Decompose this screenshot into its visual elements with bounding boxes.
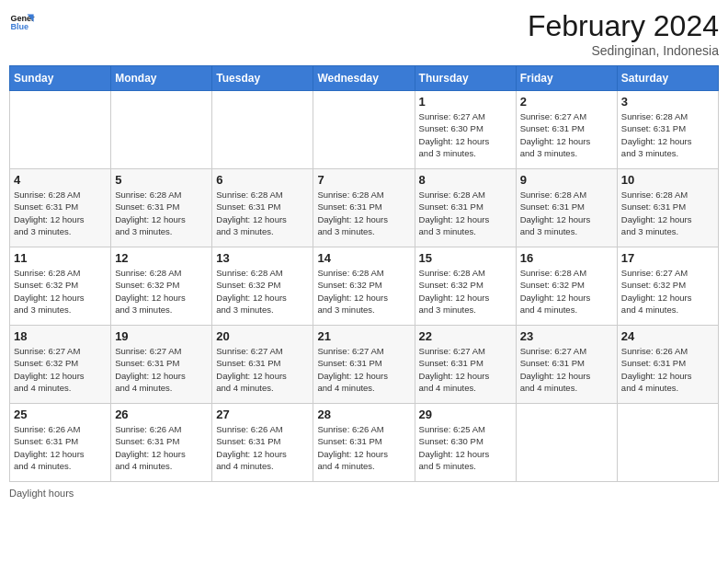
- calendar-week-row: 18Sunrise: 6:27 AM Sunset: 6:32 PM Dayli…: [10, 326, 719, 404]
- day-number: 1: [419, 95, 512, 109]
- day-number: 4: [14, 173, 107, 187]
- calendar-cell: 1Sunrise: 6:27 AM Sunset: 6:30 PM Daylig…: [415, 91, 516, 169]
- calendar-cell: 9Sunrise: 6:28 AM Sunset: 6:31 PM Daylig…: [516, 169, 617, 247]
- day-number: 8: [419, 173, 512, 187]
- day-number: 5: [115, 173, 208, 187]
- day-info: Sunrise: 6:25 AM Sunset: 6:30 PM Dayligh…: [419, 423, 512, 472]
- calendar-cell: 23Sunrise: 6:27 AM Sunset: 6:31 PM Dayli…: [516, 326, 617, 404]
- day-number: 21: [317, 329, 410, 343]
- calendar-cell: 12Sunrise: 6:28 AM Sunset: 6:32 PM Dayli…: [111, 247, 212, 326]
- day-number: 16: [520, 251, 613, 265]
- day-number: 29: [419, 408, 512, 421]
- day-number: 10: [621, 173, 714, 187]
- day-number: 17: [621, 251, 714, 265]
- calendar-cell: 6Sunrise: 6:28 AM Sunset: 6:31 PM Daylig…: [212, 169, 313, 247]
- calendar-cell: 13Sunrise: 6:28 AM Sunset: 6:32 PM Dayli…: [212, 247, 313, 326]
- calendar-cell: 5Sunrise: 6:28 AM Sunset: 6:31 PM Daylig…: [111, 169, 212, 247]
- calendar-cell: 22Sunrise: 6:27 AM Sunset: 6:31 PM Dayli…: [415, 326, 516, 404]
- calendar-cell: 29Sunrise: 6:25 AM Sunset: 6:30 PM Dayli…: [415, 404, 516, 482]
- calendar-cell: 18Sunrise: 6:27 AM Sunset: 6:32 PM Dayli…: [10, 326, 111, 404]
- calendar-cell: [111, 91, 212, 169]
- day-number: 15: [419, 251, 512, 265]
- day-info: Sunrise: 6:27 AM Sunset: 6:32 PM Dayligh…: [621, 267, 714, 316]
- day-info: Sunrise: 6:26 AM Sunset: 6:31 PM Dayligh…: [621, 345, 714, 394]
- calendar-cell: 4Sunrise: 6:28 AM Sunset: 6:31 PM Daylig…: [10, 169, 111, 247]
- day-number: 14: [317, 251, 410, 265]
- day-info: Sunrise: 6:26 AM Sunset: 6:31 PM Dayligh…: [14, 423, 107, 472]
- header-saturday: Saturday: [617, 66, 718, 91]
- calendar-cell: 28Sunrise: 6:26 AM Sunset: 6:31 PM Dayli…: [313, 404, 415, 482]
- day-number: 3: [621, 95, 714, 109]
- calendar-cell: [313, 91, 415, 169]
- calendar-cell: 10Sunrise: 6:28 AM Sunset: 6:31 PM Dayli…: [617, 169, 718, 247]
- calendar-table: Sunday Monday Tuesday Wednesday Thursday…: [9, 65, 719, 482]
- header-thursday: Thursday: [415, 66, 516, 91]
- day-number: 11: [14, 251, 107, 265]
- calendar-cell: [10, 91, 111, 169]
- day-info: Sunrise: 6:28 AM Sunset: 6:32 PM Dayligh…: [14, 267, 107, 316]
- calendar-cell: [516, 404, 617, 482]
- day-info: Sunrise: 6:27 AM Sunset: 6:31 PM Dayligh…: [520, 345, 613, 394]
- day-info: Sunrise: 6:27 AM Sunset: 6:31 PM Dayligh…: [419, 345, 512, 394]
- calendar-cell: [617, 404, 718, 482]
- day-info: Sunrise: 6:27 AM Sunset: 6:30 PM Dayligh…: [419, 110, 512, 159]
- footer: Daylight hours: [9, 488, 719, 499]
- day-info: Sunrise: 6:28 AM Sunset: 6:31 PM Dayligh…: [621, 189, 714, 237]
- day-number: 19: [115, 329, 208, 343]
- calendar-title: February 2024: [528, 9, 719, 43]
- calendar-cell: 16Sunrise: 6:28 AM Sunset: 6:32 PM Dayli…: [516, 247, 617, 326]
- day-number: 28: [317, 408, 410, 421]
- calendar-cell: 14Sunrise: 6:28 AM Sunset: 6:32 PM Dayli…: [313, 247, 415, 326]
- day-info: Sunrise: 6:28 AM Sunset: 6:31 PM Dayligh…: [419, 189, 512, 237]
- calendar-week-row: 4Sunrise: 6:28 AM Sunset: 6:31 PM Daylig…: [10, 169, 719, 247]
- calendar-cell: 27Sunrise: 6:26 AM Sunset: 6:31 PM Dayli…: [212, 404, 313, 482]
- header-sunday: Sunday: [10, 66, 111, 91]
- day-number: 6: [216, 173, 309, 187]
- day-info: Sunrise: 6:27 AM Sunset: 6:31 PM Dayligh…: [115, 345, 208, 394]
- calendar-cell: 25Sunrise: 6:26 AM Sunset: 6:31 PM Dayli…: [10, 404, 111, 482]
- header-wednesday: Wednesday: [313, 66, 415, 91]
- header: General Blue February 2024 Sedinginan, I…: [9, 9, 719, 58]
- day-number: 26: [115, 408, 208, 421]
- day-info: Sunrise: 6:28 AM Sunset: 6:31 PM Dayligh…: [216, 189, 309, 237]
- day-info: Sunrise: 6:26 AM Sunset: 6:31 PM Dayligh…: [317, 423, 410, 472]
- day-info: Sunrise: 6:27 AM Sunset: 6:31 PM Dayligh…: [520, 110, 613, 159]
- calendar-cell: 2Sunrise: 6:27 AM Sunset: 6:31 PM Daylig…: [516, 91, 617, 169]
- day-info: Sunrise: 6:27 AM Sunset: 6:31 PM Dayligh…: [317, 345, 410, 394]
- day-number: 7: [317, 173, 410, 187]
- calendar-cell: 19Sunrise: 6:27 AM Sunset: 6:31 PM Dayli…: [111, 326, 212, 404]
- calendar-cell: 7Sunrise: 6:28 AM Sunset: 6:31 PM Daylig…: [313, 169, 415, 247]
- calendar-cell: 11Sunrise: 6:28 AM Sunset: 6:32 PM Dayli…: [10, 247, 111, 326]
- calendar-cell: 20Sunrise: 6:27 AM Sunset: 6:31 PM Dayli…: [212, 326, 313, 404]
- logo: General Blue: [9, 9, 35, 35]
- day-number: 18: [14, 329, 107, 343]
- calendar-week-row: 25Sunrise: 6:26 AM Sunset: 6:31 PM Dayli…: [10, 404, 719, 482]
- calendar-cell: 26Sunrise: 6:26 AM Sunset: 6:31 PM Dayli…: [111, 404, 212, 482]
- day-info: Sunrise: 6:28 AM Sunset: 6:32 PM Dayligh…: [317, 267, 410, 316]
- calendar-cell: 15Sunrise: 6:28 AM Sunset: 6:32 PM Dayli…: [415, 247, 516, 326]
- title-area: February 2024 Sedinginan, Indonesia: [528, 9, 719, 58]
- day-number: 22: [419, 329, 512, 343]
- calendar-subtitle: Sedinginan, Indonesia: [528, 43, 719, 58]
- day-number: 12: [115, 251, 208, 265]
- logo-icon: General Blue: [9, 9, 35, 35]
- calendar-week-row: 11Sunrise: 6:28 AM Sunset: 6:32 PM Dayli…: [10, 247, 719, 326]
- day-number: 27: [216, 408, 309, 421]
- day-info: Sunrise: 6:28 AM Sunset: 6:31 PM Dayligh…: [621, 110, 714, 159]
- day-info: Sunrise: 6:28 AM Sunset: 6:32 PM Dayligh…: [115, 267, 208, 316]
- calendar-week-row: 1Sunrise: 6:27 AM Sunset: 6:30 PM Daylig…: [10, 91, 719, 169]
- day-info: Sunrise: 6:28 AM Sunset: 6:31 PM Dayligh…: [14, 189, 107, 237]
- calendar-cell: 21Sunrise: 6:27 AM Sunset: 6:31 PM Dayli…: [313, 326, 415, 404]
- header-friday: Friday: [516, 66, 617, 91]
- day-number: 20: [216, 329, 309, 343]
- day-number: 25: [14, 408, 107, 421]
- day-info: Sunrise: 6:26 AM Sunset: 6:31 PM Dayligh…: [216, 423, 309, 472]
- header-monday: Monday: [111, 66, 212, 91]
- calendar-cell: 8Sunrise: 6:28 AM Sunset: 6:31 PM Daylig…: [415, 169, 516, 247]
- day-number: 2: [520, 95, 613, 109]
- calendar-cell: [212, 91, 313, 169]
- day-number: 13: [216, 251, 309, 265]
- calendar-cell: 17Sunrise: 6:27 AM Sunset: 6:32 PM Dayli…: [617, 247, 718, 326]
- day-number: 24: [621, 329, 714, 343]
- calendar-cell: 24Sunrise: 6:26 AM Sunset: 6:31 PM Dayli…: [617, 326, 718, 404]
